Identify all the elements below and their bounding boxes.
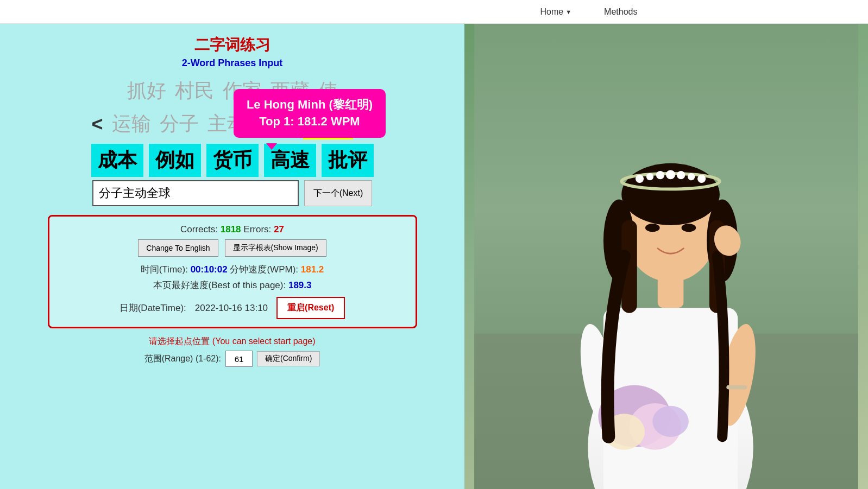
dim-word-2: 村民: [175, 78, 214, 104]
reset-button[interactable]: 重启(Reset): [276, 297, 345, 319]
change-to-english-button[interactable]: Change To English: [138, 239, 218, 257]
girl-photo: [464, 24, 868, 489]
range-input[interactable]: [225, 351, 253, 367]
typed-word-5: 批评: [322, 144, 374, 177]
page-title-zh: 二字词练习: [194, 35, 271, 55]
corrects-errors-line: Corrects: 1818 Errors: 27: [60, 224, 405, 235]
active-word-2: 分子: [160, 111, 199, 137]
time-label: 时间(Time):: [141, 264, 191, 275]
svg-point-19: [646, 173, 653, 180]
nav-home[interactable]: Home ▼: [540, 7, 572, 17]
nav-arrow-left[interactable]: <: [91, 113, 103, 136]
best-label: 本页最好速度(Best of this page):: [153, 280, 288, 290]
phrase-input[interactable]: [92, 180, 299, 206]
svg-rect-28: [726, 385, 747, 390]
typed-word-2: 例如: [149, 144, 201, 177]
tooltip-line2: Top 1: 181.2 WPM: [246, 113, 374, 130]
datetime-line: 日期(DateTime): 2022-10-16 13:10 重启(Reset): [60, 297, 405, 319]
corrects-label: Corrects:: [180, 224, 221, 234]
select-page-title: 请选择起点位置 (You can select start page): [149, 336, 315, 347]
best-speed-line: 本页最好速度(Best of this page): 189.3: [60, 279, 405, 291]
range-line: 范围(Range) (1-62): 确定(Confirm): [144, 351, 320, 367]
typed-word-row: 成本 例如 货币 高速 批评: [91, 144, 374, 177]
dim-word-1: 抓好: [127, 78, 166, 104]
range-label: 范围(Range) (1-62):: [144, 353, 221, 365]
errors-value: 27: [274, 224, 284, 234]
svg-point-20: [656, 171, 664, 179]
stats-buttons: Change To English 显示字根表(Show Image): [60, 239, 405, 257]
datetime-value: 2022-10-16 13:10: [195, 303, 268, 314]
photo-background: [464, 24, 868, 489]
svg-point-18: [636, 175, 644, 183]
corrects-value: 1818: [221, 224, 241, 234]
tooltip-bubble: Le Hong Minh (黎红明) Top 1: 181.2 WPM: [234, 89, 386, 138]
svg-point-26: [682, 224, 696, 232]
wpm-value: 181.2: [301, 264, 324, 275]
svg-point-22: [677, 171, 685, 179]
confirm-button[interactable]: 确定(Confirm): [257, 351, 320, 366]
wpm-label: 分钟速度(WPM):: [230, 264, 300, 275]
tooltip-line1: Le Hong Minh (黎红明): [246, 97, 374, 113]
datetime-label: 日期(DateTime):: [119, 302, 186, 314]
left-panel: 二字词练习 2-Word Phrases Input 抓好 村民 作家 西藏 使…: [0, 24, 464, 489]
time-value: 00:10:02: [191, 264, 228, 275]
best-value: 189.3: [288, 280, 312, 290]
svg-point-21: [666, 170, 675, 179]
main-layout: 二字词练习 2-Word Phrases Input 抓好 村民 作家 西藏 使…: [0, 24, 868, 489]
svg-point-9: [652, 406, 689, 437]
top-navigation: Home ▼ Methods: [0, 0, 868, 24]
errors-label: Errors:: [243, 224, 274, 234]
svg-point-23: [688, 173, 695, 180]
right-panel: [464, 24, 868, 489]
svg-point-25: [645, 224, 660, 232]
nav-home-label: Home: [540, 7, 564, 17]
typed-word-1: 成本: [91, 144, 143, 177]
input-area: 下一个(Next): [16, 180, 448, 206]
next-button[interactable]: 下一个(Next): [304, 180, 373, 206]
active-word-1: 运输: [112, 111, 151, 137]
show-image-button[interactable]: 显示字根表(Show Image): [225, 239, 326, 257]
time-wpm-line: 时间(Time): 00:10:02 分钟速度(WPM): 181.2: [60, 263, 405, 276]
nav-methods-label: Methods: [604, 7, 637, 17]
nav-methods[interactable]: Methods: [604, 7, 637, 17]
nav-home-chevron: ▼: [565, 9, 571, 15]
stats-box: Corrects: 1818 Errors: 27 Change To Engl…: [48, 215, 417, 328]
page-title-en: 2-Word Phrases Input: [182, 58, 283, 69]
typed-word-3: 货币: [206, 144, 259, 177]
svg-point-24: [697, 175, 706, 183]
